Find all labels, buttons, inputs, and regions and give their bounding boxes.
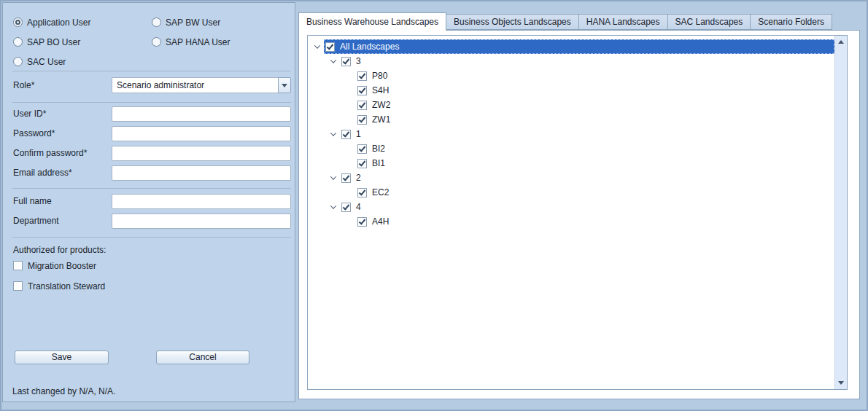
tree-item-zw1[interactable]: ZW1: [308, 112, 834, 127]
save-button[interactable]: Save: [15, 351, 109, 364]
radio-sac-user[interactable]: SAC User: [13, 56, 66, 67]
scroll-up-button[interactable]: [835, 36, 848, 48]
check-glyph: [343, 203, 350, 210]
check-glyph: [359, 188, 366, 195]
tab-business-objects-landscapes[interactable]: Business Objects Landscapes: [446, 14, 579, 30]
tab-business-warehouse-landscapes[interactable]: Business Warehouse Landscapes: [298, 12, 446, 31]
role-combobox[interactable]: Scenario administrator: [112, 77, 291, 93]
last-changed-note: Last changed by N/A, N/A.: [12, 386, 115, 396]
check-glyph: [343, 130, 350, 137]
separator: [12, 237, 291, 238]
department-input[interactable]: [112, 214, 291, 229]
confirm-password-input[interactable]: [112, 146, 291, 161]
tree-item-4[interactable]: 4: [308, 200, 834, 214]
tree-item-3[interactable]: 3: [308, 54, 834, 68]
user-id-input[interactable]: [112, 106, 291, 122]
checkbox-translation-steward[interactable]: Translation Steward: [13, 281, 105, 291]
checkbox-migration-booster[interactable]: Migration Booster: [13, 260, 96, 271]
tree-row-highlight: 2: [340, 171, 834, 185]
chevron-down-icon[interactable]: [327, 59, 340, 63]
radio-label: SAP BO User: [27, 37, 80, 47]
radio-sap-bo-user[interactable]: SAP BO User: [13, 36, 80, 47]
tab-hana-landscapes[interactable]: HANA Landscapes: [578, 14, 668, 30]
radio-label: SAP BW User: [166, 17, 220, 28]
email-address-input[interactable]: [112, 165, 291, 181]
checkbox-checked-icon[interactable]: [357, 188, 367, 197]
check-glyph: [359, 115, 366, 122]
scroll-down-button[interactable]: [835, 377, 848, 389]
tab-sac-landscapes[interactable]: SAC Landscapes: [667, 14, 751, 30]
checkbox-checked-icon[interactable]: [357, 217, 367, 227]
checkbox-checked-icon[interactable]: [357, 71, 367, 81]
tree-item-ec2[interactable]: EC2: [308, 185, 834, 200]
tree-item-a4h[interactable]: A4H: [308, 214, 834, 229]
tree-item-label: 3: [356, 56, 361, 66]
tree-item-all-landscapes[interactable]: All Landscapes: [308, 39, 834, 54]
radio-icon: [13, 37, 23, 47]
radio-application-user[interactable]: Application User: [13, 17, 90, 28]
checkbox-checked-icon[interactable]: [341, 130, 351, 139]
tree-row-highlight: EC2: [356, 185, 834, 200]
checkbox-checked-icon[interactable]: [357, 86, 367, 95]
radio-icon: [152, 37, 161, 47]
checkbox-checked-icon[interactable]: [357, 159, 367, 168]
radio-sap-bw-user[interactable]: SAP BW User: [152, 17, 220, 28]
radio-dot: [15, 20, 20, 25]
tree-scrollbar[interactable]: [834, 36, 847, 389]
radio-sap-hana-user[interactable]: SAP HANA User: [152, 36, 230, 47]
tree-item-label: 4: [356, 202, 361, 212]
checkbox-checked-icon[interactable]: [357, 144, 367, 154]
user-form-panel: Application User SAP BW User SAP BO User…: [2, 2, 295, 402]
tree-item-label: 1: [356, 129, 361, 139]
role-label: Role*: [13, 77, 34, 93]
chevron-glyph: [314, 42, 320, 48]
tree-item-label: BI1: [372, 158, 385, 168]
separator: [12, 102, 291, 103]
full-name-input[interactable]: [112, 194, 291, 209]
checkbox-checked-icon[interactable]: [341, 203, 351, 212]
tab-content-panel: All Landscapes 3 P80: [298, 30, 860, 399]
authorized-products-label: Authorized for products:: [13, 243, 106, 258]
separator: [12, 188, 291, 189]
chevron-down-icon[interactable]: [311, 44, 324, 49]
landscape-tree: All Landscapes 3 P80: [308, 36, 834, 389]
radio-label: SAC User: [27, 57, 66, 67]
department-label: Department: [13, 214, 59, 229]
radio-icon: [152, 17, 161, 27]
cancel-button[interactable]: Cancel: [156, 351, 249, 364]
chevron-down-icon[interactable]: [327, 205, 340, 209]
check-glyph: [343, 57, 350, 64]
radio-selected-icon: [13, 17, 23, 27]
tree-item-bi1[interactable]: BI1: [308, 156, 834, 171]
radio-label: Application User: [27, 17, 90, 28]
check-glyph: [343, 173, 350, 181]
tree-item-zw2[interactable]: ZW2: [308, 98, 834, 112]
checkbox-checked-icon[interactable]: [325, 42, 335, 52]
radio-label: SAP HANA User: [166, 37, 230, 47]
landscape-tab-strip: Business Warehouse Landscapes Business O…: [298, 12, 832, 30]
role-combobox-dropdown-button[interactable]: [278, 77, 291, 93]
tree-item-2[interactable]: 2: [308, 171, 834, 185]
tree-item-1[interactable]: 1: [308, 127, 834, 141]
password-input[interactable]: [112, 126, 291, 141]
chevron-down-icon[interactable]: [327, 176, 340, 180]
check-glyph: [359, 144, 366, 152]
chevron-down-icon[interactable]: [327, 132, 340, 136]
chevron-glyph: [330, 203, 336, 208]
role-combobox-value[interactable]: Scenario administrator: [112, 77, 278, 93]
confirm-password-label: Confirm password*: [13, 146, 87, 161]
tree-row-highlight: BI2: [356, 141, 834, 156]
tree-item-p80[interactable]: P80: [308, 68, 834, 83]
checkbox-label: Migration Booster: [28, 261, 96, 271]
checkbox-checked-icon[interactable]: [341, 57, 351, 66]
check-glyph: [359, 159, 366, 166]
tree-row-highlight: ZW1: [356, 112, 834, 127]
checkbox-checked-icon[interactable]: [341, 173, 351, 183]
checkbox-checked-icon[interactable]: [357, 115, 367, 125]
tab-scenario-folders[interactable]: Scenario Folders: [750, 14, 832, 30]
tree-item-s4h[interactable]: S4H: [308, 83, 834, 98]
tree-item-bi2[interactable]: BI2: [308, 141, 834, 156]
checkbox-checked-icon[interactable]: [357, 101, 367, 110]
check-glyph: [359, 86, 366, 93]
chevron-glyph: [330, 130, 336, 136]
